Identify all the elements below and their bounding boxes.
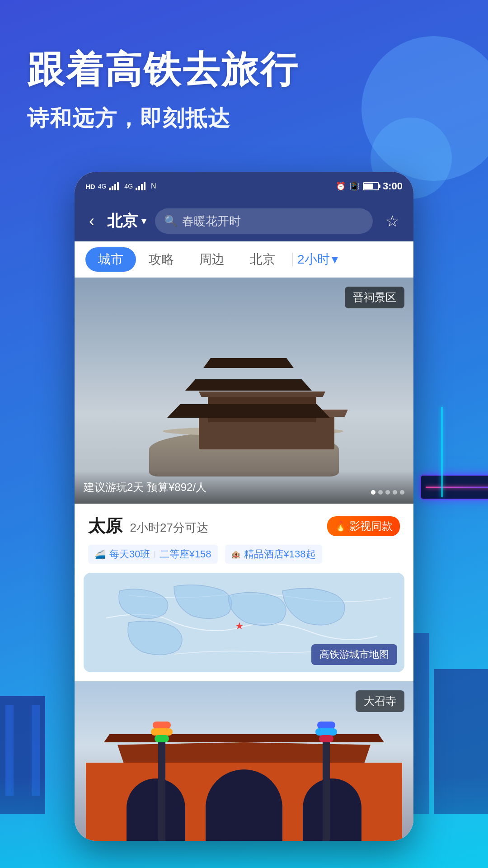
tab-beijing-label: 北京 [250, 252, 275, 266]
phone-container: HD 4G 4G N ⏰ 📳 3:00 [75, 172, 413, 841]
tab-time-label: 2小时 [297, 251, 330, 268]
roof-top [203, 358, 294, 368]
signal-bar-1 [109, 188, 111, 190]
transport-sep: | [154, 550, 155, 558]
hero-title: 跟着高铁去旅行 [27, 45, 299, 95]
network-4g-2: 4G [124, 183, 133, 190]
status-bar: HD 4G 4G N ⏰ 📳 3:00 [75, 172, 413, 201]
signal2-bar-3 [141, 184, 143, 190]
search-icon: 🔍 [164, 215, 178, 227]
signal-bar-3 [114, 184, 116, 190]
tab-time-dropdown: ▾ [332, 252, 338, 267]
dot-2 [378, 490, 383, 495]
transport-info-row: 🚄 每天30班 | 二等座¥158 🏨 精品酒店¥138起 [75, 545, 413, 573]
status-right: ⏰ 📳 3:00 [336, 180, 403, 192]
image-dots [371, 490, 404, 495]
city-selector[interactable]: 北京 ▾ [107, 211, 146, 231]
star-icon: ☆ [385, 212, 399, 230]
city-name: 北京 [107, 211, 138, 231]
hero-bottom: 建议游玩2天 预算¥892/人 [75, 471, 413, 504]
cyan-line-decoration [441, 407, 443, 497]
destination-badge: 🔥 影视同款 [327, 516, 400, 536]
map-section[interactable]: ★ 高铁游城市地图 [84, 573, 404, 672]
train-icon: 🚄 [94, 549, 106, 560]
tab-time[interactable]: 2小时 ▾ [297, 251, 338, 268]
tab-guide-label: 攻略 [149, 252, 174, 266]
search-placeholder: 春暖花开时 [182, 213, 241, 229]
neon-line [426, 486, 488, 488]
back-icon: ‹ [89, 212, 94, 230]
city-dropdown-icon: ▾ [141, 216, 146, 226]
signal-bar-4 [117, 182, 119, 190]
dot-4 [393, 490, 397, 495]
hero-subtitle: 诗和远方，即刻抵达 [27, 104, 299, 133]
tab-guide[interactable]: 攻略 [136, 247, 187, 272]
dot-5 [400, 490, 404, 495]
hotel-price: 精品酒店¥138起 [244, 547, 316, 561]
time-display: 3:00 [383, 180, 403, 192]
dest-badge-label: 影视同款 [349, 519, 393, 533]
map-label: 高铁游城市地图 [311, 644, 397, 665]
dot-3 [385, 490, 390, 495]
hotel-icon: 🏨 [231, 550, 240, 559]
tab-city-label: 城市 [98, 252, 123, 266]
top-nav: ‹ 北京 ▾ 🔍 春暖花开时 ☆ [75, 201, 413, 241]
hero-card: 晋祠景区 建议游玩2天 预算¥892/人 [75, 278, 413, 504]
battery-icon [363, 182, 379, 190]
network-hd: HD [85, 183, 95, 190]
battery-tip [379, 184, 380, 188]
second-card: 大召寺 [75, 681, 413, 841]
nfc-icon: N [151, 182, 156, 190]
search-bar[interactable]: 🔍 春暖花开时 [155, 208, 373, 234]
tab-beijing[interactable]: 北京 [237, 247, 288, 272]
hero-tag: 晋祠景区 [345, 287, 404, 308]
favorite-button[interactable]: ☆ [382, 208, 403, 234]
hero-section: 跟着高铁去旅行 诗和远方，即刻抵达 [27, 45, 299, 133]
tab-city[interactable]: 城市 [85, 247, 136, 272]
battery-fill [364, 184, 373, 189]
status-left: HD 4G 4G N [85, 182, 156, 190]
svg-text:★: ★ [235, 620, 244, 632]
dest-name-row: 太原 2小时27分可达 [88, 514, 208, 538]
tab-nearby-label: 周边 [199, 252, 225, 266]
alarm-icon: ⏰ [336, 181, 346, 191]
dot-1 [371, 490, 375, 495]
destination-info: 太原 2小时27分可达 🔥 影视同款 [75, 504, 413, 545]
second-card-tag: 大召寺 [356, 690, 404, 712]
tab-bar: 城市 攻略 周边 北京 2小时 ▾ [75, 241, 413, 278]
tab-nearby[interactable]: 周边 [187, 247, 237, 272]
signal-bar-2 [112, 186, 113, 190]
roof-mid [185, 379, 312, 391]
signal-bars [109, 182, 119, 190]
hero-description: 建议游玩2天 预算¥892/人 [84, 480, 206, 495]
seat-price: 二等座¥158 [160, 547, 211, 561]
destination-name: 太原 [88, 516, 122, 535]
tab-divider [292, 253, 293, 266]
neon-platform [420, 475, 488, 500]
hotel-tag: 🏨 精品酒店¥138起 [225, 545, 322, 564]
signal2-bar-1 [136, 188, 137, 190]
back-button[interactable]: ‹ [85, 208, 98, 234]
hero-image [75, 278, 413, 504]
vibrate-icon: 📳 [349, 181, 359, 191]
fire-icon: 🔥 [334, 520, 347, 532]
roof-bottom [167, 404, 330, 418]
signal2-bar-4 [144, 182, 145, 190]
destination-travel-time: 2小时27分可达 [130, 521, 208, 534]
network-4g: 4G [98, 183, 107, 190]
transport-freq: 每天30班 [109, 547, 150, 561]
scroll-content[interactable]: 晋祠景区 建议游玩2天 预算¥892/人 太原 2小时27分可达 🔥 [75, 278, 413, 841]
train-icon-tag: 🚄 每天30班 | 二等座¥158 [88, 545, 218, 564]
signal-bars-2 [136, 182, 145, 190]
signal2-bar-2 [138, 186, 140, 190]
